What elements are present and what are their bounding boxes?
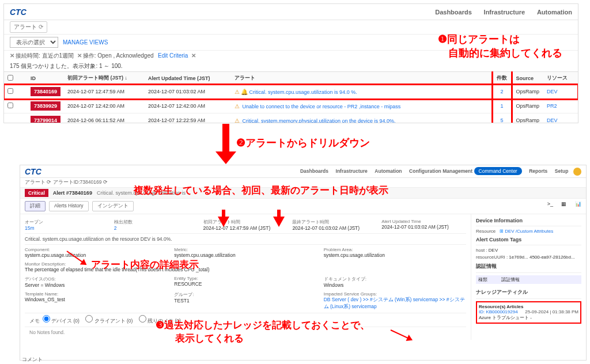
nav-infrastructure[interactable]: Infrastructure xyxy=(336,168,368,174)
clear-all-icon[interactable]: ✕ xyxy=(191,52,196,59)
table-row[interactable]: 73840169 2024-12-07 12:47:59 AM 2024-12-… xyxy=(4,85,578,99)
arrow-icon xyxy=(273,217,285,227)
view-bar: 表示の選択 MANAGE VIEWS xyxy=(4,35,578,51)
bell-icon: 🔔 xyxy=(241,89,248,95)
cell-resource[interactable]: PR2 xyxy=(543,99,578,113)
cell-count[interactable]: 5 xyxy=(492,113,512,124)
filter-chip[interactable]: 操作: Open , Acknowledged xyxy=(83,52,154,59)
cell-alert-msg[interactable]: ⚠ Unable to connect to the device or res… xyxy=(231,99,492,113)
occ-value[interactable]: 2 xyxy=(114,225,199,231)
problem-area-value: system.cpu.usage.utilization xyxy=(324,252,466,258)
no-notes: No Notes found. xyxy=(25,327,466,338)
alert-subtitle: Critical. system.cpu.usage.utilization i… xyxy=(97,190,186,196)
remove-filter-icon[interactable]: ✕ xyxy=(77,52,82,59)
top-header: CTC Dashboards Infrastructure Automation xyxy=(4,4,578,20)
tags-header: Alert Custom Tags xyxy=(476,236,581,245)
auth-header: 認証情報 xyxy=(476,261,581,273)
avatar[interactable] xyxy=(573,168,581,176)
row-checkbox[interactable] xyxy=(7,103,13,108)
nav-infrastructure[interactable]: Infrastructure xyxy=(484,9,525,16)
memo-radio-device[interactable] xyxy=(43,315,50,323)
nav-command-center[interactable]: Command Center xyxy=(474,167,522,175)
drilldown-arrow-icon xyxy=(219,124,233,164)
col-updated[interactable]: Alert Updated Time (JST) xyxy=(145,72,231,85)
col-id[interactable]: ID xyxy=(27,72,64,85)
alert-id-badge[interactable]: 73799014 xyxy=(31,116,60,123)
nav-automation[interactable]: Automation xyxy=(375,168,402,174)
view-select[interactable]: 表示の選択 xyxy=(10,37,58,48)
doc-type-value: Windows xyxy=(324,282,466,288)
breadcrumb-item[interactable]: アラート xyxy=(10,21,47,33)
device-os-label: デバイスのOS: xyxy=(25,276,167,282)
cell-count[interactable]: 2 xyxy=(492,85,512,99)
tab-detail[interactable]: 詳細 xyxy=(25,201,46,211)
alert-id-title: Alert #73840169 xyxy=(53,190,92,196)
terminal-icon[interactable]: >_ xyxy=(547,201,553,211)
resource-kv: Resource ⊞ DEV /Custom Attributes xyxy=(476,229,581,234)
nav-config-mgmt[interactable]: Configuration Management xyxy=(409,168,472,174)
cell-first-time: 2024-12-06 06:11:52 AM xyxy=(64,113,145,124)
chart-icon[interactable]: 📊 xyxy=(575,201,581,211)
grid-icon[interactable]: ▦ xyxy=(561,201,566,211)
detail-body: オープン15m 検出頻数2 初回アラート時間2024-12-07 12:47:5… xyxy=(20,214,586,340)
top-nav: Dashboards Infrastructure Automation xyxy=(425,9,572,16)
cell-resource[interactable]: DEV xyxy=(543,113,578,124)
tab-history[interactable]: Alerts History xyxy=(49,201,89,211)
memo-label: メモ xyxy=(29,318,40,324)
isg-value[interactable]: DB Server ( dev ) >> #システム (Win系) servic… xyxy=(324,297,466,310)
kb-section-title: Resource(s) Articles xyxy=(479,304,578,309)
host-value: DEV xyxy=(489,248,498,253)
tab-incident[interactable]: インシデント xyxy=(92,201,134,211)
host-label: host xyxy=(476,248,485,253)
logo: CTC xyxy=(10,7,27,17)
alert-id-badge[interactable]: 73839929 xyxy=(31,101,60,111)
table-row[interactable]: 73839929 2024-12-07 12:42:00 AM 2024-12-… xyxy=(4,99,578,113)
upd-label: Alert Updated Time xyxy=(381,219,466,224)
detail-main: オープン15m 検出頻数2 初回アラート時間2024-12-07 12:47:5… xyxy=(20,214,471,340)
entity-type-value: RESOURCE xyxy=(174,281,316,287)
alert-detail-panel: CTC Dashboards Infrastructure Automation… xyxy=(20,165,587,361)
kb-article-id[interactable]: ID: KB0000019294 xyxy=(479,309,518,314)
memo-radio-rest[interactable] xyxy=(139,315,146,323)
result-summary: 175 個見つかりました。表示対象: 1 ～ 100. xyxy=(4,61,578,71)
alert-table: ID 初回アラート時間 (JST) ↓ Alert Updated Time (… xyxy=(4,71,578,123)
cell-alert-msg[interactable]: ⚠🔔 Critical. system.cpu.usage.utilizatio… xyxy=(231,85,492,99)
last-label: 最終アラート時間 xyxy=(292,219,377,225)
remove-filter-icon[interactable]: ✕ xyxy=(10,52,14,59)
table-row[interactable]: 73799014 2024-12-06 06:11:52 AM 2024-12-… xyxy=(4,113,578,124)
cell-alert-msg[interactable]: ⚠ Critical. system.memory.physical.utili… xyxy=(231,113,492,124)
manage-views-link[interactable]: MANAGE VIEWS xyxy=(63,39,108,46)
cell-resource[interactable]: DEV xyxy=(543,85,578,99)
ruri-value: 1e769d... 4500-ea97-28126bd... xyxy=(509,255,574,260)
col-source[interactable]: Source xyxy=(512,72,543,85)
nav-reports[interactable]: Reports xyxy=(529,168,547,174)
col-resource[interactable]: リソース xyxy=(543,72,578,85)
col-alert[interactable]: アラート xyxy=(231,72,492,85)
detail-grid: Component:system.cpu.usage.utilization M… xyxy=(25,245,466,313)
resource-link[interactable]: DEV /Custom Attributes xyxy=(505,229,553,234)
alert-message-line: Critical. system.cpu.usage.utilization o… xyxy=(25,234,466,245)
nav-dashboards[interactable]: Dashboards xyxy=(435,9,472,16)
filter-chip[interactable]: 接続時間: 直近の1週間 xyxy=(16,52,74,59)
kb-article-title[interactable]: Azure トラブルシュート - xyxy=(479,314,578,321)
monitor-desc-value: The percentage of elapsed time that the … xyxy=(25,267,466,272)
detail-breadcrumb: アラート ⟳ アラートID:73840169 ⟳ xyxy=(20,178,586,188)
edit-criteria-link[interactable]: Edit Criteria xyxy=(158,52,188,59)
alert-id-badge[interactable]: 73840169 xyxy=(31,87,60,96)
col-first[interactable]: 初回アラート時間 (JST) ↓ xyxy=(64,72,145,85)
memo-radio-client[interactable] xyxy=(85,315,93,323)
kb-header: ナレッジアーティクル xyxy=(476,287,581,299)
cell-count[interactable]: 1 xyxy=(492,99,512,113)
comment-label: コメント xyxy=(22,356,43,363)
row-checkbox[interactable] xyxy=(7,88,13,94)
cell-updated-time: 2024-12-07 12:22:59 AM xyxy=(145,113,231,124)
nav-setup[interactable]: Setup xyxy=(555,168,569,174)
group-value: TEST1 xyxy=(174,298,316,304)
col-count[interactable]: 件数 xyxy=(492,72,512,85)
summary-kv-row: オープン15m 検出頻数2 初回アラート時間2024-12-07 12:47:5… xyxy=(25,217,466,234)
detail-nav: Dashboards Infrastructure Automation Con… xyxy=(294,168,581,176)
filter-row: ✕接続時間: 直近の1週間 ✕操作: Open , Acknowledged E… xyxy=(4,51,578,61)
select-all-checkbox[interactable] xyxy=(7,75,13,81)
nav-automation[interactable]: Automation xyxy=(537,9,572,16)
nav-dashboards[interactable]: Dashboards xyxy=(300,168,328,174)
